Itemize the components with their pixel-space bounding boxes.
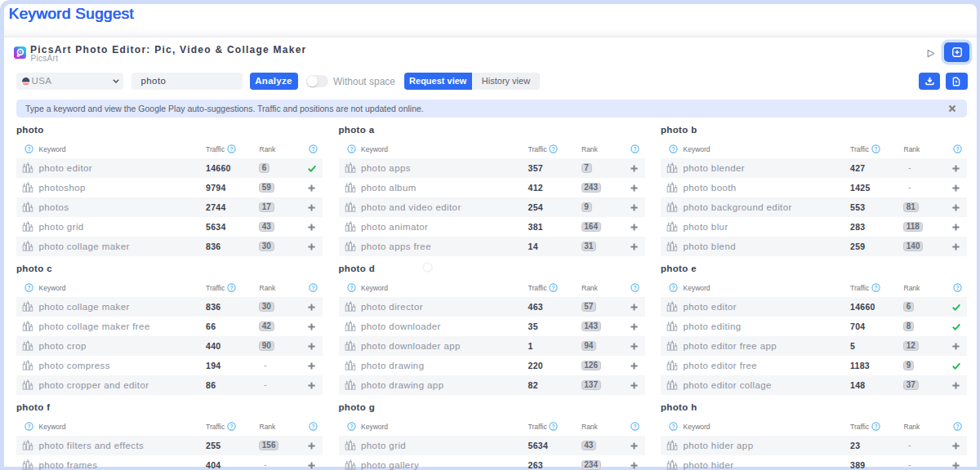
svg-text:?: ?	[671, 285, 675, 290]
svg-text:?: ?	[633, 285, 636, 290]
svg-text:?: ?	[229, 146, 233, 152]
svg-text:?: ?	[874, 146, 877, 152]
svg-text:?: ?	[350, 423, 353, 429]
svg-text:?: ?	[633, 146, 636, 152]
svg-text:?: ?	[350, 285, 353, 290]
svg-text:?: ?	[311, 285, 314, 290]
svg-text:?: ?	[551, 285, 555, 290]
svg-text:?: ?	[27, 285, 30, 290]
svg-text:?: ?	[671, 423, 675, 429]
svg-text:?: ?	[956, 423, 959, 429]
svg-text:?: ?	[633, 423, 636, 429]
svg-text:?: ?	[229, 285, 233, 290]
svg-text:?: ?	[350, 146, 353, 152]
svg-text:?: ?	[27, 146, 30, 152]
svg-text:?: ?	[27, 423, 30, 429]
svg-text:?: ?	[229, 423, 233, 429]
svg-text:?: ?	[874, 423, 877, 429]
svg-text:?: ?	[311, 146, 314, 152]
svg-text:?: ?	[956, 146, 959, 152]
svg-text:?: ?	[874, 285, 877, 290]
svg-text:?: ?	[956, 285, 959, 290]
svg-text:?: ?	[551, 146, 555, 152]
svg-text:?: ?	[311, 423, 314, 429]
svg-text:?: ?	[671, 146, 675, 152]
svg-text:?: ?	[551, 423, 555, 429]
